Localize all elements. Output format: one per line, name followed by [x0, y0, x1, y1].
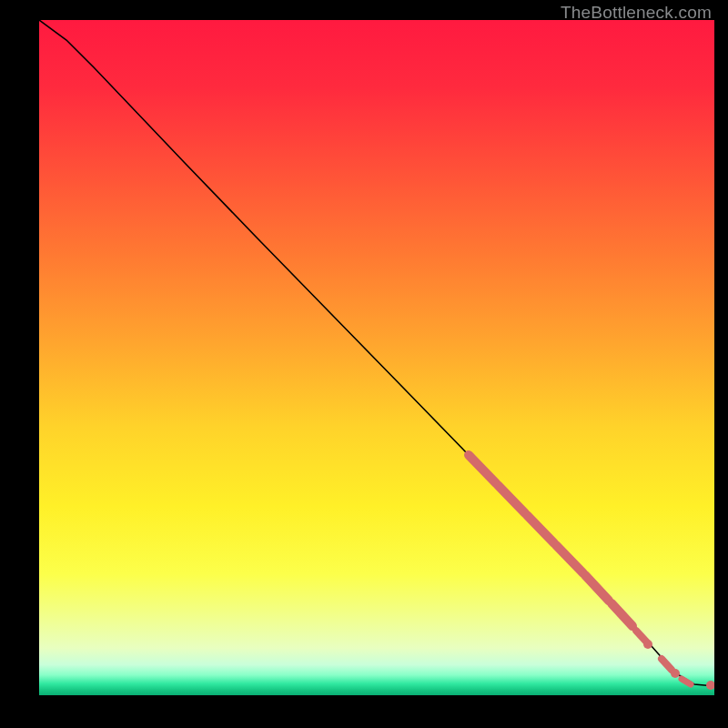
highlight-dot — [643, 640, 652, 649]
highlight-segment — [498, 485, 525, 513]
highlight-dot — [706, 681, 714, 690]
highlight-dots — [643, 640, 714, 690]
highlight-segment — [556, 545, 583, 573]
highlight-segment — [682, 679, 691, 684]
plot-area — [39, 20, 714, 695]
highlight-segment — [469, 455, 496, 483]
highlight-segments — [469, 455, 691, 684]
highlight-segment — [662, 659, 672, 670]
highlight-segment — [585, 575, 609, 601]
highlight-dot — [671, 669, 680, 678]
highlight-segment — [612, 603, 632, 626]
highlight-segment — [527, 515, 554, 543]
trend-line — [39, 20, 714, 686]
chart-overlay — [39, 20, 714, 695]
